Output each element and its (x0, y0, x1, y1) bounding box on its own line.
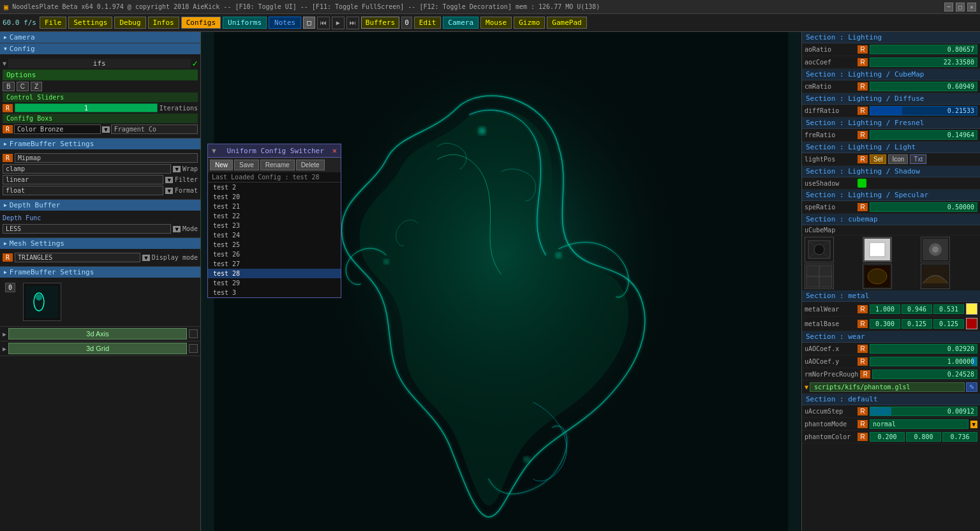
wrap-arrow[interactable]: ▼ (173, 166, 180, 172)
metalwear-val-2[interactable]: 0.946 (902, 304, 932, 314)
uaocoefy-value[interactable]: 1.00000 (870, 357, 977, 366)
gamepad-btn[interactable]: GamePad (547, 17, 586, 29)
ucs-new-button[interactable]: New (210, 160, 233, 170)
uniforms-tab[interactable]: Uniforms (223, 17, 267, 29)
close-button[interactable]: ✕ (967, 3, 976, 11)
mesh-display-arrow[interactable]: ▼ (142, 255, 149, 261)
b-button[interactable]: B (3, 82, 15, 91)
phantommode-value[interactable]: normal (870, 419, 969, 429)
speratio-r-btn[interactable]: R (858, 203, 868, 211)
diffratio-value[interactable]: 0.21533 (870, 106, 977, 116)
next-button[interactable]: ⏭ (346, 17, 359, 29)
metalbase-val-2[interactable]: 0.125 (902, 319, 932, 329)
ucs-rename-button[interactable]: Rename (260, 160, 295, 170)
metalwear-r-btn[interactable]: R (858, 305, 868, 313)
window-controls[interactable]: ─ □ ✕ (944, 3, 976, 11)
ucs-list-item[interactable]: test 23 (208, 221, 341, 230)
thumb-1[interactable] (805, 237, 834, 262)
ucs-list-item[interactable]: test 3 (208, 288, 341, 297)
ucs-delete-button[interactable]: Delete (296, 160, 325, 170)
metalbase-swatch[interactable] (966, 318, 977, 329)
depth-buffer-header[interactable]: ▶ Depth Buffer (0, 200, 200, 211)
iterations-slider[interactable]: 1 (15, 103, 158, 112)
ucs-list-item[interactable]: test 20 (208, 192, 341, 202)
aoratio-r-btn[interactable]: R (858, 45, 868, 54)
filter-arrow[interactable]: ▼ (165, 177, 172, 183)
toggle-button[interactable]: □ (303, 17, 315, 29)
ucs-list-item[interactable]: test 21 (208, 202, 341, 211)
mouse-btn[interactable]: Mouse (480, 17, 512, 29)
axis-checkbox[interactable] (189, 329, 198, 338)
thumb-4[interactable] (805, 264, 834, 289)
uaccumstep-value[interactable]: 0.00912 (870, 407, 977, 416)
thumb-6[interactable] (921, 264, 950, 289)
thumb-3[interactable] (921, 237, 950, 262)
settings-menu[interactable]: Settings (68, 17, 112, 29)
depth-mode-arrow[interactable]: ▼ (173, 226, 180, 232)
ucs-list[interactable]: test 2test 20test 21test 22test 23test 2… (208, 183, 341, 297)
format-arrow[interactable]: ▼ (165, 188, 172, 194)
mesh-r-btn[interactable]: R (3, 253, 13, 262)
thumb-2[interactable] (863, 237, 892, 262)
mesh-settings-header[interactable]: ▶ Mesh Settings (0, 238, 200, 249)
ucs-list-item[interactable]: test 24 (208, 230, 341, 240)
color-bronze-arrow[interactable]: ▼ (102, 126, 109, 133)
c-button[interactable]: C (17, 82, 29, 91)
rmnorprecrough-value[interactable]: 0.24528 (872, 370, 977, 379)
cmratio-value[interactable]: 0.60949 (870, 82, 977, 91)
framebuffer-header-2[interactable]: ▶ FrameBuffer Settings (0, 267, 200, 278)
metalwear-swatch[interactable] (966, 303, 977, 315)
uaccumstep-r-btn[interactable]: R (858, 407, 868, 415)
framebuffer-header-1[interactable]: ▶ FrameBuffer Settings (0, 138, 200, 149)
canvas-area[interactable]: ▼ Uniform Config Switcher ✕ New Save Ren… (201, 32, 801, 531)
metalbase-r-btn[interactable]: R (858, 320, 868, 328)
play-button[interactable]: ▶ (332, 17, 345, 29)
uaocoefy-r-btn[interactable]: R (858, 357, 868, 366)
ucs-list-item[interactable]: test 22 (208, 211, 341, 221)
ucs-list-item[interactable]: test 26 (208, 250, 341, 259)
ucs-list-item[interactable]: test 29 (208, 278, 341, 288)
minimize-button[interactable]: ─ (944, 3, 953, 11)
thumb-5[interactable] (863, 264, 892, 289)
phantomcolor-val-3[interactable]: 0.736 (942, 432, 977, 442)
fragment-co-value[interactable]: Fragment Co (111, 124, 198, 134)
phantommode-r-btn[interactable]: R (858, 420, 868, 428)
infos-menu[interactable]: Infos (148, 17, 179, 29)
grid-checkbox[interactable] (189, 344, 198, 353)
debug-menu[interactable]: Debug (114, 17, 145, 29)
configs-tab[interactable]: Configs (181, 17, 221, 29)
freratio-r-btn[interactable]: R (858, 131, 868, 139)
lightpos-sel-btn[interactable]: Sel (870, 154, 886, 164)
file-menu[interactable]: File (40, 17, 67, 29)
notes-tab[interactable]: Notes (269, 17, 301, 29)
iterations-r-btn[interactable]: R (3, 104, 13, 112)
speratio-value[interactable]: 0.50000 (870, 202, 977, 212)
cmratio-r-btn[interactable]: R (858, 82, 868, 91)
phantommode-arrow[interactable]: ▼ (970, 421, 977, 428)
grid-toggle[interactable]: 3d Grid (8, 343, 187, 354)
lightpos-r-btn[interactable]: R (858, 155, 868, 163)
rmnorprecrough-r-btn[interactable]: R (860, 370, 870, 378)
metalwear-val-1[interactable]: 1.000 (870, 304, 900, 314)
camera-btn[interactable]: Camera (443, 17, 479, 29)
useshadow-dot[interactable] (858, 179, 866, 188)
uaocoefx-r-btn[interactable]: R (858, 345, 868, 353)
config-header[interactable]: ▼ Config (0, 43, 200, 54)
color-bronze-input[interactable]: Color Bronze (14, 124, 101, 134)
edit-menu[interactable]: Edit (414, 17, 442, 29)
phantomcolor-val-1[interactable]: 0.200 (870, 432, 905, 442)
lightpos-txt-btn[interactable]: Txt (910, 154, 926, 164)
camera-header[interactable]: ▶ Camera (0, 32, 200, 43)
color-bronze-r-btn[interactable]: R (3, 125, 13, 133)
phantomcolor-r-btn[interactable]: R (858, 433, 868, 441)
aoratio-value[interactable]: 0.80657 (870, 45, 977, 54)
prev-button[interactable]: ⏮ (317, 17, 330, 29)
maximize-button[interactable]: □ (956, 3, 965, 11)
gizmo-btn[interactable]: Gizmo (514, 17, 545, 29)
aoccoef-value[interactable]: 22.33580 (870, 57, 977, 67)
aoccoef-r-btn[interactable]: R (858, 58, 868, 66)
metalwear-val-3[interactable]: 0.531 (933, 304, 964, 314)
diffratio-r-btn[interactable]: R (858, 107, 868, 115)
uaocoefx-value[interactable]: 0.02920 (870, 344, 977, 354)
ucs-list-item[interactable]: test 27 (208, 259, 341, 269)
